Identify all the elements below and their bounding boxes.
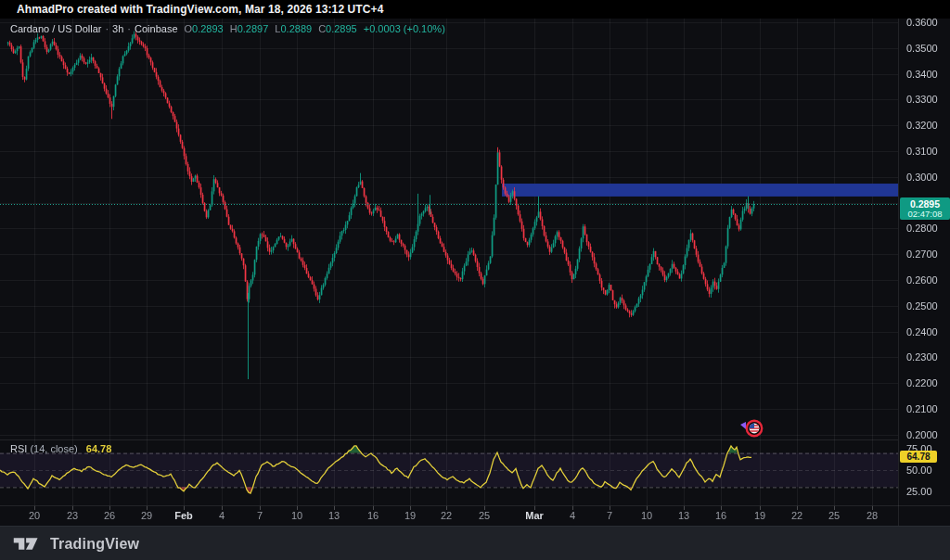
time-axis-label: 16 xyxy=(357,510,389,521)
time-axis-label: 22 xyxy=(781,510,813,521)
price-axis-label: 0.2600 xyxy=(906,274,938,286)
tradingview-brand-text[interactable]: TradingView xyxy=(50,536,139,553)
time-axis-label: 23 xyxy=(57,510,88,521)
open-value: 0.2893 xyxy=(192,23,224,34)
rsi-value-badge: 64.78 xyxy=(900,451,937,463)
symbol-title[interactable]: Cardano / US Dollar xyxy=(10,23,101,34)
price-axis-label: 0.2000 xyxy=(906,429,938,440)
tradingview-logo-icon[interactable] xyxy=(12,535,42,553)
price-axis-label: 0.3300 xyxy=(906,94,938,105)
footer-bar: TradingView xyxy=(0,526,950,560)
price-axis-label: 0.2500 xyxy=(906,300,938,312)
time-axis-label: 19 xyxy=(394,510,426,521)
time-axis-label: Mar xyxy=(519,510,550,521)
price-axis-label: 0.2400 xyxy=(906,326,938,337)
economic-event-icon[interactable] xyxy=(739,417,765,439)
price-axis-label: 0.2100 xyxy=(906,403,938,414)
time-axis-label: 28 xyxy=(856,510,888,521)
time-axis-label: 19 xyxy=(744,510,776,521)
time-axis-label: 22 xyxy=(430,510,462,521)
low-value: 0.2889 xyxy=(280,23,312,34)
symbol-legend[interactable]: Cardano / US Dollar·3h·CoinbaseO0.2893H0… xyxy=(10,23,445,34)
time-axis-label: 16 xyxy=(705,510,737,521)
current-price-badge: 0.2895 02:47:08 xyxy=(900,197,950,220)
price-axis-label: 0.3200 xyxy=(906,120,938,131)
time-axis-label: 25 xyxy=(469,510,500,521)
rsi-value: 64.78 xyxy=(86,443,112,454)
bar-countdown: 02:47:08 xyxy=(908,210,943,219)
attribution-text: AhmadPro created with TradingView.com, M… xyxy=(17,3,383,16)
rsi-title[interactable]: RSI xyxy=(10,443,27,454)
time-axis-label: 13 xyxy=(668,510,700,521)
time-axis-label: 4 xyxy=(557,510,588,521)
price-axis-label: 0.2700 xyxy=(906,248,938,260)
time-axis-label: 4 xyxy=(206,510,238,521)
interval-label[interactable]: 3h xyxy=(112,23,123,34)
candlestick-chart-canvas[interactable] xyxy=(0,0,950,560)
change-value: +0.0003 (+0.10%) xyxy=(364,23,445,34)
time-axis-label: 10 xyxy=(281,510,313,521)
purple-cursor-icon xyxy=(740,422,746,429)
time-axis-label: 7 xyxy=(594,510,625,521)
time-axis-label: 10 xyxy=(631,510,662,521)
time-axis-label: 13 xyxy=(318,510,350,521)
tradingview-chart-window: AhmadPro created with TradingView.com, M… xyxy=(0,0,950,560)
time-axis-label: 7 xyxy=(244,510,276,521)
close-value: 0.2895 xyxy=(326,23,357,34)
time-axis-label: Feb xyxy=(168,510,199,521)
price-axis-label: 0.2300 xyxy=(906,351,938,363)
exchange-label: Coinbase xyxy=(135,23,177,34)
price-axis-label: 0.3500 xyxy=(906,43,938,54)
price-axis-label: 0.3100 xyxy=(906,146,938,157)
price-axis-label: 0.2200 xyxy=(906,377,938,388)
rsi-axis-label: 25.00 xyxy=(906,486,932,497)
high-value: 0.2897 xyxy=(238,23,269,34)
current-price: 0.2895 xyxy=(910,199,940,210)
rsi-params: (14, close) xyxy=(30,443,77,454)
rsi-axis-label: 50.00 xyxy=(906,465,932,476)
time-axis-label: 25 xyxy=(818,510,850,521)
price-axis-label: 0.3400 xyxy=(906,69,938,80)
time-axis-label: 20 xyxy=(19,510,50,521)
time-axis-label: 26 xyxy=(94,510,125,521)
attribution-bar: AhmadPro created with TradingView.com, M… xyxy=(0,0,950,19)
time-axis-label: 29 xyxy=(131,510,162,521)
price-axis-label: 0.2800 xyxy=(906,223,938,234)
rsi-legend[interactable]: RSI (14, close) 64.78 xyxy=(10,443,111,454)
price-axis-label: 0.3000 xyxy=(906,172,938,183)
